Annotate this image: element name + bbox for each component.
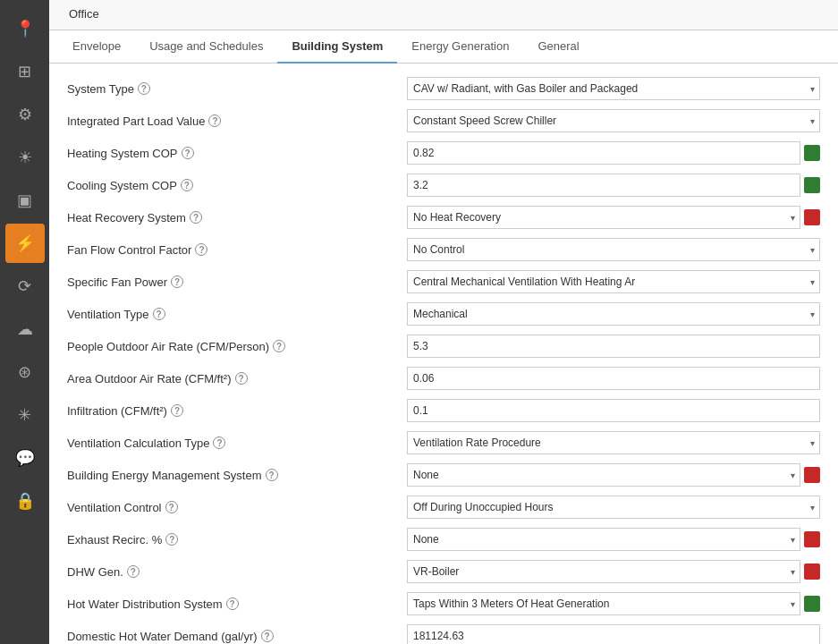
dropdown-wrapper-ventilation-type: Mechanical (407, 302, 820, 326)
dropdown-wrapper-fan-flow-control: No Control (407, 238, 820, 261)
dropdown-wrapper-heat-recovery-system: No Heat Recovery (407, 206, 800, 229)
label-text-people-outdoor-air: People Outdoor Air Rate (CFM/Person) (67, 340, 269, 353)
help-icon-specific-fan-power[interactable]: ? (171, 275, 183, 288)
form-row-area-outdoor-air: Area Outdoor Air Rate (CFM/ft²)? (67, 362, 820, 394)
form-row-specific-fan-power: Specific Fan Power?Central Mechanical Ve… (67, 266, 820, 298)
label-building-energy-mgmt: Building Energy Management System? (67, 469, 407, 482)
sidebar-item-grid[interactable]: ⊞ (5, 52, 45, 91)
indicator-cooling-system-cop (804, 177, 820, 193)
control-area-hot-water-distribution: Taps Within 3 Meters Of Heat Generation (407, 592, 820, 615)
help-icon-ventilation-calc-type[interactable]: ? (213, 436, 225, 449)
form-area: System Type?CAV w/ Radiant, with Gas Boi… (49, 64, 838, 644)
label-text-area-outdoor-air: Area Outdoor Air Rate (CFM/ft²) (67, 372, 232, 386)
control-area-heat-recovery-system: No Heat Recovery (407, 206, 820, 229)
dropdown-fan-flow-control[interactable]: No Control (407, 238, 820, 261)
control-area-ventilation-calc-type: Ventilation Rate Procedure (407, 431, 820, 454)
label-ventilation-calc-type: Ventilation Calculation Type? (67, 436, 407, 450)
label-system-type: System Type? (67, 82, 407, 96)
control-area-area-outdoor-air (407, 367, 820, 390)
input-domestic-hot-water-demand[interactable] (407, 624, 820, 644)
dropdown-integrated-part-load[interactable]: Constant Speed Screw Chiller (407, 109, 820, 132)
help-icon-ventilation-control[interactable]: ? (165, 501, 178, 513)
dropdown-wrapper-exhaust-recirc: None (407, 528, 800, 551)
dropdown-dhw-gen[interactable]: VR-Boiler (407, 560, 800, 583)
control-area-ventilation-control: Off During Unoccupied Hours (407, 496, 820, 519)
indicator-building-energy-mgmt (804, 467, 820, 483)
sidebar-item-lock[interactable]: 🔒 (5, 481, 45, 521)
label-ventilation-type: Ventilation Type? (67, 308, 407, 321)
dropdown-wrapper-ventilation-control: Off During Unoccupied Hours (407, 496, 820, 519)
control-area-building-energy-mgmt: None (407, 463, 820, 487)
dropdown-wrapper-system-type: CAV w/ Radiant, with Gas Boiler and Pack… (407, 77, 820, 100)
label-area-outdoor-air: Area Outdoor Air Rate (CFM/ft²)? (67, 372, 407, 386)
help-icon-integrated-part-load[interactable]: ? (208, 114, 221, 127)
help-icon-cooling-system-cop[interactable]: ? (181, 179, 193, 191)
label-hot-water-distribution: Hot Water Distribution System? (67, 597, 407, 611)
control-area-integrated-part-load: Constant Speed Screw Chiller (407, 109, 820, 132)
dropdown-system-type[interactable]: CAV w/ Radiant, with Gas Boiler and Pack… (407, 77, 820, 100)
input-people-outdoor-air[interactable] (407, 335, 820, 358)
sidebar-item-layers[interactable]: ▣ (5, 181, 45, 220)
tab-energy-generation[interactable]: Energy Generation (397, 30, 523, 64)
control-area-exhaust-recirc: None (407, 528, 820, 551)
main-content: Office Envelope Usage and Schedules Buil… (49, 0, 838, 644)
help-icon-heat-recovery-system[interactable]: ? (190, 211, 202, 224)
dropdown-heat-recovery-system[interactable]: No Heat Recovery (407, 206, 800, 229)
help-icon-fan-flow-control[interactable]: ? (195, 243, 207, 256)
tab-general[interactable]: General (523, 30, 593, 64)
label-text-ventilation-calc-type: Ventilation Calculation Type (67, 436, 209, 450)
label-text-system-type: System Type (67, 82, 134, 96)
help-icon-system-type[interactable]: ? (138, 82, 150, 95)
input-heating-system-cop[interactable] (407, 141, 800, 165)
form-row-exhaust-recirc: Exhaust Recirc. %?None (67, 523, 820, 555)
help-icon-exhaust-recirc[interactable]: ? (165, 533, 178, 546)
dropdown-ventilation-calc-type[interactable]: Ventilation Rate Procedure (407, 431, 820, 454)
form-row-system-type: System Type?CAV w/ Radiant, with Gas Boi… (67, 72, 820, 105)
help-icon-people-outdoor-air[interactable]: ? (273, 340, 285, 352)
sidebar-item-cloud[interactable]: ☁ (5, 309, 45, 349)
sidebar-item-nodes[interactable]: ⊛ (5, 352, 45, 392)
form-row-hot-water-distribution: Hot Water Distribution System?Taps Withi… (67, 588, 820, 620)
control-area-specific-fan-power: Central Mechanical Ventilation With Heat… (407, 270, 820, 293)
help-icon-infiltration[interactable]: ? (171, 404, 183, 417)
label-people-outdoor-air: People Outdoor Air Rate (CFM/Person)? (67, 340, 407, 353)
help-icon-hot-water-distribution[interactable]: ? (226, 597, 239, 610)
control-area-heating-system-cop (407, 141, 820, 165)
label-integrated-part-load: Integrated Part Load Value? (67, 114, 407, 128)
dropdown-ventilation-control[interactable]: Off During Unoccupied Hours (407, 496, 820, 519)
form-row-ventilation-calc-type: Ventilation Calculation Type?Ventilation… (67, 427, 820, 459)
form-row-building-energy-mgmt: Building Energy Management System?None (67, 459, 820, 491)
help-icon-area-outdoor-air[interactable]: ? (235, 372, 248, 385)
sidebar-item-sun[interactable]: ☀ (5, 138, 45, 177)
input-area-outdoor-air[interactable] (407, 367, 820, 390)
dropdown-specific-fan-power[interactable]: Central Mechanical Ventilation With Heat… (407, 270, 820, 293)
input-cooling-system-cop[interactable] (407, 174, 800, 197)
sidebar-item-settings[interactable]: ⚙ (5, 95, 45, 134)
indicator-dhw-gen (804, 564, 820, 580)
sidebar-item-lightning[interactable]: ⚡ (5, 224, 45, 263)
sidebar-item-chat[interactable]: 💬 (5, 438, 45, 478)
tab-building-system[interactable]: Building System (277, 30, 397, 64)
control-area-people-outdoor-air (407, 335, 820, 358)
tab-envelope[interactable]: Envelope (58, 30, 135, 64)
dropdown-hot-water-distribution[interactable]: Taps Within 3 Meters Of Heat Generation (407, 592, 800, 615)
label-text-dhw-gen: DHW Gen. (67, 565, 123, 579)
tab-usage-schedules[interactable]: Usage and Schedules (135, 30, 277, 64)
dropdown-ventilation-type[interactable]: Mechanical (407, 302, 820, 326)
indicator-heat-recovery-system (804, 209, 820, 225)
sidebar-item-fan[interactable]: ✳ (5, 395, 45, 435)
control-area-domestic-hot-water-demand (407, 624, 820, 644)
help-icon-dhw-gen[interactable]: ? (127, 565, 140, 578)
label-cooling-system-cop: Cooling System COP? (67, 179, 407, 192)
sidebar-item-location[interactable]: 📍 (5, 9, 45, 48)
label-exhaust-recirc: Exhaust Recirc. %? (67, 533, 407, 547)
help-icon-building-energy-mgmt[interactable]: ? (266, 469, 278, 481)
dropdown-building-energy-mgmt[interactable]: None (407, 463, 800, 487)
control-area-system-type: CAV w/ Radiant, with Gas Boiler and Pack… (407, 77, 820, 100)
dropdown-exhaust-recirc[interactable]: None (407, 528, 800, 551)
sidebar-item-pipes[interactable]: ⟳ (5, 267, 45, 306)
help-icon-domestic-hot-water-demand[interactable]: ? (261, 630, 274, 642)
help-icon-ventilation-type[interactable]: ? (153, 308, 165, 320)
input-infiltration[interactable] (407, 399, 820, 422)
help-icon-heating-system-cop[interactable]: ? (182, 147, 194, 159)
